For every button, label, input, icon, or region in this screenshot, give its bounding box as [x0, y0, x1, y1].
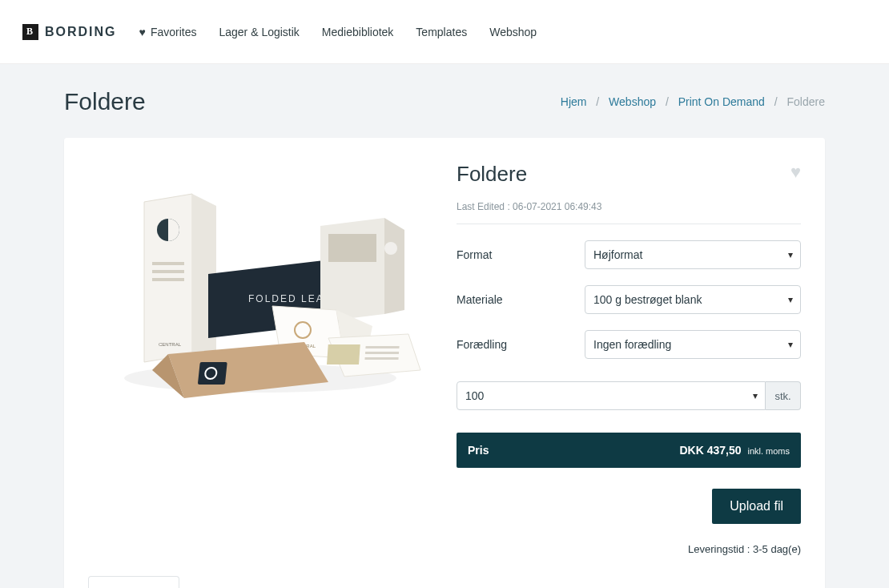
nav-favorites-label: Favorites: [151, 26, 197, 38]
materiale-label: Materiale: [457, 293, 585, 306]
materiale-select[interactable]: 100 g bestrøget blank: [585, 285, 801, 314]
nav-favorites[interactable]: ♥ Favorites: [139, 26, 197, 38]
nav-templates[interactable]: Templates: [416, 26, 467, 38]
svg-rect-5: [152, 270, 184, 273]
svg-rect-4: [152, 262, 184, 265]
price-value: DKK 437,50 inkl. moms: [680, 444, 790, 457]
breadcrumb: Hjem / Webshop / Print On Demand / Folde…: [561, 95, 825, 108]
option-foraedling-row: Forædling Ingen forædling ▾: [457, 330, 801, 359]
upload-row: Upload fil: [457, 489, 801, 524]
product-image: CENTRAL FOLDED LEAFLETS: [88, 162, 432, 555]
breadcrumb-current: Foldere: [787, 95, 825, 108]
product-title: Foldere: [457, 162, 527, 187]
last-edited: Last Edited : 06-07-2021 06:49:43: [457, 201, 801, 224]
price-bar: Pris DKK 437,50 inkl. moms: [457, 433, 801, 468]
svg-rect-20: [198, 362, 227, 385]
content-container: Foldere Hjem / Webshop / Print On Demand…: [40, 64, 849, 588]
nav-webshop[interactable]: Webshop: [489, 26, 537, 38]
svg-point-13: [384, 242, 397, 255]
product-row: CENTRAL FOLDED LEAFLETS: [88, 162, 801, 555]
nav-medie[interactable]: Mediebibliotek: [322, 26, 394, 38]
breadcrumb-hjem[interactable]: Hjem: [561, 95, 587, 108]
price-label: Pris: [468, 444, 489, 457]
brand-name: BORDING: [45, 25, 117, 39]
svg-rect-6: [152, 278, 184, 281]
main-nav: ♥ Favorites Lager & Logistik Mediebiblio…: [139, 26, 537, 38]
svg-rect-24: [365, 346, 399, 348]
quantity-row: 100 ▾ stk.: [457, 381, 801, 410]
breadcrumb-webshop[interactable]: Webshop: [609, 95, 656, 108]
svg-rect-12: [328, 234, 376, 262]
quantity-select[interactable]: 100: [457, 381, 766, 410]
page-title: Foldere: [64, 88, 146, 115]
page-header: Foldere Hjem / Webshop / Print On Demand…: [64, 88, 825, 115]
svg-marker-10: [320, 218, 384, 322]
product-info: Foldere ♥ Last Edited : 06-07-2021 06:49…: [457, 162, 801, 555]
quantity-unit: stk.: [766, 381, 801, 410]
option-format-row: Format Højformat ▾: [457, 240, 801, 269]
heart-icon: ♥: [139, 26, 146, 38]
breadcrumb-pod[interactable]: Print On Demand: [678, 95, 765, 108]
svg-text:CENTRAL: CENTRAL: [159, 342, 182, 347]
upload-button[interactable]: Upload fil: [712, 489, 801, 524]
svg-marker-11: [384, 218, 404, 314]
svg-rect-25: [365, 352, 399, 354]
format-select[interactable]: Højformat: [585, 240, 801, 269]
option-materiale-row: Materiale 100 g bestrøget blank ▾: [457, 285, 801, 314]
logo[interactable]: B BORDING: [22, 24, 117, 40]
svg-rect-23: [327, 344, 360, 364]
nav-lager[interactable]: Lager & Logistik: [219, 26, 299, 38]
svg-rect-26: [364, 357, 398, 360]
topbar: B BORDING ♥ Favorites Lager & Logistik M…: [0, 0, 889, 64]
foraedling-select[interactable]: Ingen forædling: [585, 330, 801, 359]
tab-beskrivelse[interactable]: Beskrivelse: [88, 576, 179, 588]
product-illustration: CENTRAL FOLDED LEAFLETS: [88, 170, 432, 410]
favorite-icon[interactable]: ♥: [790, 162, 801, 183]
product-card: CENTRAL FOLDED LEAFLETS: [64, 138, 825, 588]
foraedling-label: Forædling: [457, 338, 585, 351]
logo-mark: B: [22, 24, 38, 40]
delivery-time: Leveringstid : 3-5 dag(e): [457, 543, 801, 555]
tabs: Beskrivelse: [88, 576, 801, 588]
format-label: Format: [457, 248, 585, 261]
